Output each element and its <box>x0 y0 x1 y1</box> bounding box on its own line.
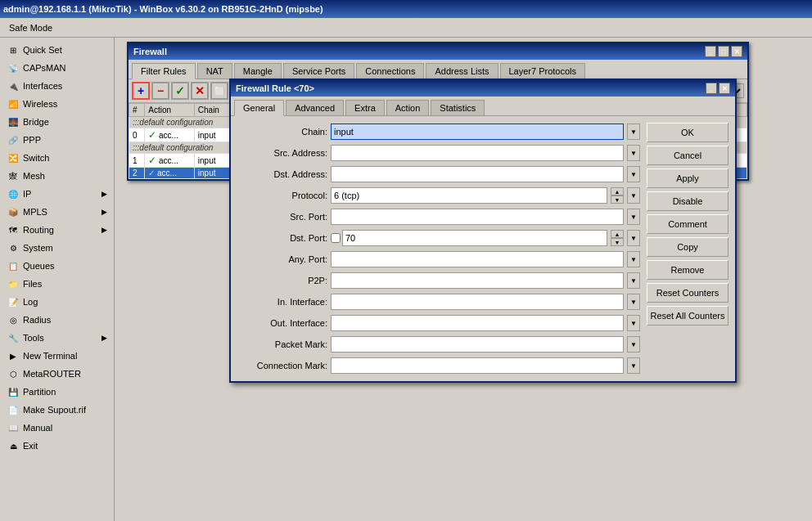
dst-port-scroll-down[interactable]: ▼ <box>611 238 624 246</box>
protocol-input[interactable] <box>331 187 607 204</box>
rule-tab-action[interactable]: Action <box>386 100 430 115</box>
src-address-input[interactable] <box>331 145 624 161</box>
protocol-dropdown-btn[interactable]: ▼ <box>627 187 640 204</box>
p2p-input[interactable] <box>331 272 624 289</box>
col-num: # <box>129 104 145 117</box>
dst-address-input[interactable] <box>331 166 624 182</box>
tab-address-lists[interactable]: Address Lists <box>426 63 498 79</box>
sidebar-item-bridge[interactable]: 🌉 Bridge <box>0 113 114 131</box>
sidebar-item-tools[interactable]: 🔧 Tools ▶ <box>0 329 114 347</box>
sidebar-item-terminal[interactable]: ▶ New Terminal <box>0 347 114 365</box>
packet-mark-input[interactable] <box>331 336 624 353</box>
copy-rule-button[interactable]: ⬜ <box>210 82 228 100</box>
out-interface-input[interactable] <box>331 315 624 331</box>
sidebar-item-exit[interactable]: ⏏ Exit <box>0 437 114 455</box>
firewall-tab-bar: Filter Rules NAT Mangle Service Ports Co… <box>129 60 747 79</box>
sidebar-item-routing[interactable]: 🗺 Routing ▶ <box>0 221 114 239</box>
remove-rule-button[interactable]: − <box>151 82 169 100</box>
tab-connections[interactable]: Connections <box>356 63 424 79</box>
chain-input[interactable] <box>331 124 624 140</box>
rule-tab-advanced[interactable]: Advanced <box>286 100 344 115</box>
bridge-icon: 🌉 <box>7 115 20 128</box>
disable-rule-button[interactable]: ✕ <box>191 82 209 100</box>
in-interface-input[interactable] <box>331 294 624 310</box>
sidebar-item-capsman[interactable]: 📡 CAPsMAN <box>0 59 114 77</box>
comment-button[interactable]: Comment <box>647 214 729 234</box>
chain-dropdown-btn[interactable]: ▼ <box>627 124 640 140</box>
sidebar-label-interfaces: Interfaces <box>23 81 62 91</box>
enable-rule-button[interactable]: ✓ <box>171 82 189 100</box>
sidebar-item-ip[interactable]: 🌐 IP ▶ <box>0 185 114 203</box>
p2p-label: P2P: <box>237 276 327 285</box>
remove-button[interactable]: Remove <box>647 260 729 280</box>
sidebar-item-radius[interactable]: ◎ Radius <box>0 311 114 329</box>
tools-icon: 🔧 <box>7 331 20 344</box>
exit-icon: ⏏ <box>7 439 20 452</box>
tab-nat[interactable]: NAT <box>197 63 232 79</box>
apply-button[interactable]: Apply <box>647 168 729 188</box>
src-port-input[interactable] <box>331 209 624 225</box>
minimize-button[interactable]: _ <box>705 46 716 57</box>
radius-icon: ◎ <box>7 313 20 326</box>
protocol-scroll-down[interactable]: ▼ <box>611 195 624 204</box>
cell-chain: input <box>194 154 232 168</box>
disable-button[interactable]: Disable <box>647 191 729 211</box>
add-rule-button[interactable]: + <box>132 82 150 100</box>
reset-all-counters-dialog-button[interactable]: Reset All Counters <box>647 306 729 326</box>
quickset-icon: ⊞ <box>7 43 20 56</box>
sidebar-item-quickset[interactable]: ⊞ Quick Set <box>0 41 114 59</box>
any-port-input[interactable] <box>331 251 624 267</box>
rule-tab-extra[interactable]: Extra <box>345 100 385 115</box>
packet-mark-dropdown-btn[interactable]: ▼ <box>627 336 640 353</box>
sidebar-item-metarouter[interactable]: ⬡ MetaROUTER <box>0 365 114 383</box>
p2p-dropdown-btn[interactable]: ▼ <box>627 272 640 289</box>
src-port-dropdown-btn[interactable]: ▼ <box>627 209 640 225</box>
dst-port-checkbox[interactable] <box>331 233 341 243</box>
rule-tab-statistics[interactable]: Statistics <box>431 100 485 115</box>
dst-address-dropdown-btn[interactable]: ▼ <box>627 166 640 182</box>
sidebar-item-system[interactable]: ⚙ System <box>0 239 114 257</box>
safe-mode-button[interactable]: Safe Mode <box>3 20 58 35</box>
dst-port-input[interactable] <box>342 230 607 246</box>
cancel-button[interactable]: Cancel <box>647 146 729 165</box>
out-interface-dropdown-btn[interactable]: ▼ <box>627 315 640 331</box>
sidebar-item-files[interactable]: 📁 Files <box>0 275 114 293</box>
rule-tab-general[interactable]: General <box>234 100 284 116</box>
sidebar-item-interfaces[interactable]: 🔌 Interfaces <box>0 77 114 95</box>
tab-filter-rules[interactable]: Filter Rules <box>132 63 196 79</box>
sidebar-item-log[interactable]: 📝 Log <box>0 293 114 311</box>
sidebar-item-manual[interactable]: 📖 Manual <box>0 419 114 437</box>
ppp-icon: 🔗 <box>7 133 20 146</box>
sidebar-item-queues[interactable]: 📋 Queues <box>0 257 114 275</box>
reset-counters-dialog-button[interactable]: Reset Counters <box>647 283 729 303</box>
dst-port-scroll-up[interactable]: ▲ <box>611 230 624 238</box>
routing-expand-arrow: ▶ <box>102 226 107 234</box>
src-address-dropdown-btn[interactable]: ▼ <box>627 145 640 161</box>
rule-dialog-controls: _ ✕ <box>706 83 730 94</box>
maximize-button[interactable]: □ <box>718 46 729 57</box>
rule-close-button[interactable]: ✕ <box>719 83 730 94</box>
any-port-dropdown-btn[interactable]: ▼ <box>627 251 640 267</box>
connection-mark-input[interactable] <box>331 357 624 374</box>
connection-mark-dropdown-btn[interactable]: ▼ <box>627 357 640 374</box>
sidebar-item-mesh[interactable]: 🕸 Mesh <box>0 167 114 185</box>
sidebar-item-switch[interactable]: 🔀 Switch <box>0 149 114 167</box>
copy-button[interactable]: Copy <box>647 237 729 257</box>
sidebar-item-wireless[interactable]: 📶 Wireless <box>0 95 114 113</box>
tab-layer7[interactable]: Layer7 Protocols <box>500 63 586 79</box>
sidebar-label-mesh: Mesh <box>23 171 45 181</box>
tab-service-ports[interactable]: Service Ports <box>283 63 354 79</box>
rule-minimize-button[interactable]: _ <box>706 83 717 94</box>
sidebar-item-mpls[interactable]: 📦 MPLS ▶ <box>0 203 114 221</box>
close-button[interactable]: ✕ <box>731 46 742 57</box>
ok-button[interactable]: OK <box>647 123 729 142</box>
dst-port-dropdown-btn[interactable]: ▼ <box>627 230 640 246</box>
tab-mangle[interactable]: Mangle <box>234 63 282 79</box>
protocol-scroll-up[interactable]: ▲ <box>611 187 624 195</box>
connection-mark-label: Connection Mark: <box>237 361 327 371</box>
in-interface-dropdown-btn[interactable]: ▼ <box>627 294 640 310</box>
sidebar-item-partition[interactable]: 💾 Partition <box>0 383 114 401</box>
in-interface-row: In. Interface: ▼ <box>237 293 640 311</box>
sidebar-item-ppp[interactable]: 🔗 PPP <box>0 131 114 149</box>
sidebar-item-supout[interactable]: 📄 Make Supout.rif <box>0 401 114 419</box>
